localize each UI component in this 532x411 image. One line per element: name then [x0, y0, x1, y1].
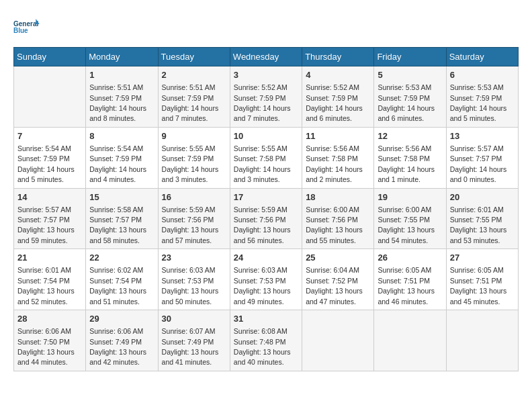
- calendar-cell: 26Sunrise: 6:05 AM Sunset: 7:51 PM Dayli…: [374, 249, 446, 310]
- day-header-saturday: Saturday: [446, 48, 518, 66]
- day-info: Sunrise: 6:06 AM Sunset: 7:50 PM Dayligh…: [17, 327, 75, 366]
- calendar-cell: 10Sunrise: 5:55 AM Sunset: 7:58 PM Dayli…: [230, 127, 302, 188]
- svg-text:General: General: [13, 20, 38, 28]
- day-info: Sunrise: 5:55 AM Sunset: 7:59 PM Dayligh…: [162, 144, 219, 183]
- day-info: Sunrise: 5:59 AM Sunset: 7:56 PM Dayligh…: [162, 205, 219, 244]
- calendar-week-row: 7Sunrise: 5:54 AM Sunset: 7:59 PM Daylig…: [14, 127, 519, 188]
- day-number: 20: [450, 191, 515, 203]
- day-info: Sunrise: 5:56 AM Sunset: 7:58 PM Dayligh…: [378, 144, 435, 183]
- calendar-cell: 16Sunrise: 5:59 AM Sunset: 7:56 PM Dayli…: [158, 188, 230, 249]
- calendar-cell: 11Sunrise: 5:56 AM Sunset: 7:58 PM Dayli…: [302, 127, 374, 188]
- calendar-cell: 24Sunrise: 6:03 AM Sunset: 7:53 PM Dayli…: [230, 249, 302, 310]
- day-number: 17: [234, 191, 298, 203]
- header: General Blue: [13, 13, 519, 40]
- day-number: 4: [306, 69, 370, 81]
- day-header-wednesday: Wednesday: [230, 48, 302, 66]
- day-info: Sunrise: 5:51 AM Sunset: 7:59 PM Dayligh…: [89, 83, 146, 122]
- day-number: 9: [162, 130, 226, 142]
- calendar-week-row: 1Sunrise: 5:51 AM Sunset: 7:59 PM Daylig…: [14, 66, 519, 128]
- calendar-cell: 25Sunrise: 6:04 AM Sunset: 7:52 PM Dayli…: [302, 249, 374, 310]
- calendar-cell: 20Sunrise: 6:01 AM Sunset: 7:55 PM Dayli…: [446, 188, 518, 249]
- day-header-tuesday: Tuesday: [158, 48, 230, 66]
- day-number: 29: [89, 313, 154, 325]
- day-number: 18: [306, 191, 370, 203]
- day-number: 30: [162, 313, 226, 325]
- day-number: 8: [89, 130, 154, 142]
- day-number: 27: [450, 252, 515, 264]
- day-info: Sunrise: 5:52 AM Sunset: 7:59 PM Dayligh…: [234, 83, 291, 122]
- day-number: 2: [162, 69, 226, 81]
- day-number: 10: [234, 130, 298, 142]
- day-info: Sunrise: 5:55 AM Sunset: 7:58 PM Dayligh…: [234, 144, 291, 183]
- day-number: 6: [450, 69, 515, 81]
- logo-svg: General Blue: [13, 13, 40, 40]
- calendar-cell: 4Sunrise: 5:52 AM Sunset: 7:59 PM Daylig…: [302, 66, 374, 128]
- calendar-cell: 21Sunrise: 6:01 AM Sunset: 7:54 PM Dayli…: [14, 249, 86, 310]
- day-header-friday: Friday: [374, 48, 446, 66]
- day-number: 25: [306, 252, 370, 264]
- calendar-cell: [14, 66, 86, 128]
- calendar-cell: 8Sunrise: 5:54 AM Sunset: 7:59 PM Daylig…: [86, 127, 158, 188]
- logo: General Blue: [13, 13, 40, 40]
- day-info: Sunrise: 6:03 AM Sunset: 7:53 PM Dayligh…: [234, 266, 291, 305]
- svg-text:Blue: Blue: [13, 27, 28, 34]
- calendar-cell: 6Sunrise: 5:53 AM Sunset: 7:59 PM Daylig…: [446, 66, 518, 128]
- day-info: Sunrise: 5:52 AM Sunset: 7:59 PM Dayligh…: [306, 83, 363, 122]
- calendar-cell: 12Sunrise: 5:56 AM Sunset: 7:58 PM Dayli…: [374, 127, 446, 188]
- day-number: 23: [162, 252, 226, 264]
- day-info: Sunrise: 5:54 AM Sunset: 7:59 PM Dayligh…: [89, 144, 146, 183]
- day-info: Sunrise: 5:58 AM Sunset: 7:57 PM Dayligh…: [89, 205, 146, 244]
- calendar-cell: [302, 310, 374, 371]
- day-number: 28: [17, 313, 82, 325]
- calendar-cell: [446, 310, 518, 371]
- day-info: Sunrise: 6:07 AM Sunset: 7:49 PM Dayligh…: [162, 327, 219, 366]
- calendar-cell: 7Sunrise: 5:54 AM Sunset: 7:59 PM Daylig…: [14, 127, 86, 188]
- calendar-cell: 9Sunrise: 5:55 AM Sunset: 7:59 PM Daylig…: [158, 127, 230, 188]
- calendar-cell: 31Sunrise: 6:08 AM Sunset: 7:48 PM Dayli…: [230, 310, 302, 371]
- calendar-table: SundayMondayTuesdayWednesdayThursdayFrid…: [13, 47, 519, 371]
- day-header-thursday: Thursday: [302, 48, 374, 66]
- calendar-cell: [374, 310, 446, 371]
- day-info: Sunrise: 5:53 AM Sunset: 7:59 PM Dayligh…: [450, 83, 507, 122]
- day-info: Sunrise: 6:00 AM Sunset: 7:56 PM Dayligh…: [306, 205, 363, 244]
- calendar-week-row: 14Sunrise: 5:57 AM Sunset: 7:57 PM Dayli…: [14, 188, 519, 249]
- day-info: Sunrise: 6:08 AM Sunset: 7:48 PM Dayligh…: [234, 327, 291, 366]
- day-info: Sunrise: 6:06 AM Sunset: 7:49 PM Dayligh…: [89, 327, 146, 366]
- day-info: Sunrise: 5:56 AM Sunset: 7:58 PM Dayligh…: [306, 144, 363, 183]
- day-number: 21: [17, 252, 82, 264]
- calendar-week-row: 21Sunrise: 6:01 AM Sunset: 7:54 PM Dayli…: [14, 249, 519, 310]
- day-info: Sunrise: 6:01 AM Sunset: 7:54 PM Dayligh…: [17, 266, 75, 305]
- day-info: Sunrise: 5:53 AM Sunset: 7:59 PM Dayligh…: [378, 83, 435, 122]
- day-info: Sunrise: 5:51 AM Sunset: 7:59 PM Dayligh…: [162, 83, 219, 122]
- day-number: 16: [162, 191, 226, 203]
- day-number: 13: [450, 130, 515, 142]
- day-info: Sunrise: 5:57 AM Sunset: 7:57 PM Dayligh…: [450, 144, 507, 183]
- calendar-cell: 28Sunrise: 6:06 AM Sunset: 7:50 PM Dayli…: [14, 310, 86, 371]
- calendar-cell: 3Sunrise: 5:52 AM Sunset: 7:59 PM Daylig…: [230, 66, 302, 128]
- calendar-week-row: 28Sunrise: 6:06 AM Sunset: 7:50 PM Dayli…: [14, 310, 519, 371]
- calendar-cell: 27Sunrise: 6:05 AM Sunset: 7:51 PM Dayli…: [446, 249, 518, 310]
- day-header-sunday: Sunday: [14, 48, 86, 66]
- day-info: Sunrise: 6:03 AM Sunset: 7:53 PM Dayligh…: [162, 266, 219, 305]
- day-number: 11: [306, 130, 370, 142]
- day-info: Sunrise: 6:05 AM Sunset: 7:51 PM Dayligh…: [378, 266, 435, 305]
- calendar-cell: 13Sunrise: 5:57 AM Sunset: 7:57 PM Dayli…: [446, 127, 518, 188]
- days-header-row: SundayMondayTuesdayWednesdayThursdayFrid…: [14, 48, 519, 66]
- calendar-cell: 5Sunrise: 5:53 AM Sunset: 7:59 PM Daylig…: [374, 66, 446, 128]
- day-header-monday: Monday: [86, 48, 158, 66]
- day-number: 19: [378, 191, 442, 203]
- calendar-cell: 2Sunrise: 5:51 AM Sunset: 7:59 PM Daylig…: [158, 66, 230, 128]
- calendar-cell: 29Sunrise: 6:06 AM Sunset: 7:49 PM Dayli…: [86, 310, 158, 371]
- day-info: Sunrise: 6:02 AM Sunset: 7:54 PM Dayligh…: [89, 266, 146, 305]
- calendar-cell: 19Sunrise: 6:00 AM Sunset: 7:55 PM Dayli…: [374, 188, 446, 249]
- day-info: Sunrise: 5:57 AM Sunset: 7:57 PM Dayligh…: [17, 205, 75, 244]
- day-info: Sunrise: 5:59 AM Sunset: 7:56 PM Dayligh…: [234, 205, 291, 244]
- calendar-cell: 23Sunrise: 6:03 AM Sunset: 7:53 PM Dayli…: [158, 249, 230, 310]
- day-info: Sunrise: 5:54 AM Sunset: 7:59 PM Dayligh…: [17, 144, 75, 183]
- day-info: Sunrise: 6:05 AM Sunset: 7:51 PM Dayligh…: [450, 266, 507, 305]
- day-number: 7: [17, 130, 82, 142]
- calendar-cell: 15Sunrise: 5:58 AM Sunset: 7:57 PM Dayli…: [86, 188, 158, 249]
- calendar-cell: 18Sunrise: 6:00 AM Sunset: 7:56 PM Dayli…: [302, 188, 374, 249]
- day-number: 22: [89, 252, 154, 264]
- calendar-cell: 1Sunrise: 5:51 AM Sunset: 7:59 PM Daylig…: [86, 66, 158, 128]
